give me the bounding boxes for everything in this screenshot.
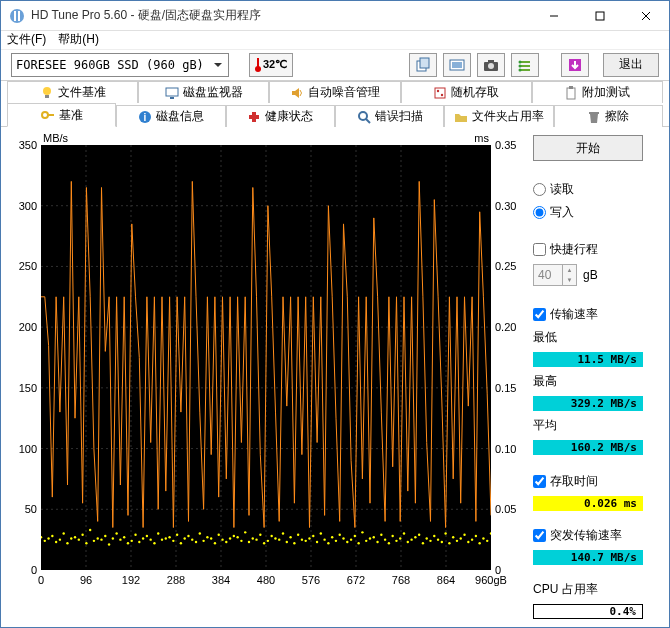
svg-point-164	[448, 542, 450, 544]
window-title: HD Tune Pro 5.60 - 硬盘/固态硬盘实用程序	[31, 7, 531, 24]
svg-point-91	[172, 540, 174, 542]
svg-rect-31	[569, 86, 573, 89]
save-button[interactable]	[561, 53, 589, 77]
close-button[interactable]	[623, 1, 669, 31]
app-icon	[9, 8, 25, 24]
tab-extra-tests[interactable]: 附加测试	[532, 81, 663, 103]
tab-random-access[interactable]: 随机存取	[401, 81, 532, 103]
stroke-unit: gB	[583, 268, 598, 282]
svg-point-32	[42, 112, 48, 118]
svg-point-157	[422, 542, 424, 544]
chart-area: MB/s ms 350300250200150100500 0.350.300.…	[11, 135, 521, 590]
folder-icon	[454, 110, 468, 124]
monitor-icon	[165, 86, 179, 100]
menu-file[interactable]: 文件(F)	[7, 31, 46, 48]
copy-info-button[interactable]	[409, 53, 437, 77]
svg-point-141	[361, 531, 363, 533]
burst-rate-checkbox[interactable]	[533, 529, 546, 542]
tab-error-scan[interactable]: 错误扫描	[335, 105, 444, 127]
svg-point-58	[47, 537, 49, 539]
svg-point-166	[456, 540, 458, 542]
take-screenshot-button[interactable]	[477, 53, 505, 77]
tab-info[interactable]: i磁盘信息	[116, 105, 225, 127]
svg-rect-10	[420, 58, 429, 68]
svg-line-39	[366, 119, 370, 123]
svg-point-61	[59, 538, 61, 540]
copy-screenshot-button[interactable]	[443, 53, 471, 77]
options-button[interactable]	[511, 53, 539, 77]
read-label: 读取	[550, 181, 574, 198]
start-button[interactable]: 开始	[533, 135, 643, 161]
maximize-button[interactable]	[577, 1, 623, 31]
svg-point-66	[78, 538, 80, 540]
svg-point-111	[248, 541, 250, 543]
svg-point-79	[127, 542, 129, 544]
dice-icon	[433, 86, 447, 100]
exit-button[interactable]: 退出	[603, 53, 659, 77]
tab-health[interactable]: 健康状态	[226, 105, 335, 127]
y-right-unit: ms	[474, 132, 489, 144]
svg-point-38	[359, 112, 367, 120]
drive-dropdown[interactable]: FORESEE 960GB SSD (960 gB)	[11, 53, 229, 77]
svg-point-97	[195, 541, 197, 543]
cpu-value: 0.4%	[533, 604, 643, 619]
svg-rect-4	[596, 12, 604, 20]
y-right-labels: 0.350.300.250.200.150.100.050	[493, 145, 521, 570]
svg-point-143	[369, 537, 371, 539]
svg-point-167	[460, 537, 462, 539]
toolbar: FORESEE 960GB SSD (960 gB) 32℃ 退出	[1, 50, 669, 81]
svg-rect-27	[435, 88, 445, 98]
burst-value: 140.7 MB/s	[533, 550, 643, 565]
svg-point-129	[316, 541, 318, 543]
svg-rect-24	[45, 95, 49, 98]
svg-rect-33	[48, 114, 54, 116]
read-radio[interactable]	[533, 183, 546, 196]
tab-file-benchmark[interactable]: 文件基准	[7, 81, 138, 103]
svg-point-77	[119, 538, 121, 540]
thermometer-icon	[255, 58, 261, 72]
svg-point-89	[165, 537, 167, 539]
svg-point-28	[437, 89, 439, 91]
svg-rect-2	[18, 11, 20, 21]
svg-point-70	[93, 540, 95, 542]
short-stroke-checkbox[interactable]	[533, 243, 546, 256]
svg-point-21	[519, 68, 522, 71]
svg-point-62	[62, 532, 64, 534]
tab-aam[interactable]: 自动噪音管理	[269, 81, 400, 103]
clipboard-icon	[564, 86, 578, 100]
stroke-spinner[interactable]: 40▲▼	[533, 264, 577, 286]
svg-point-127	[308, 537, 310, 539]
svg-rect-40	[589, 112, 599, 114]
svg-point-64	[70, 537, 72, 539]
menu-help[interactable]: 帮助(H)	[58, 31, 99, 48]
svg-point-170	[471, 538, 473, 540]
svg-point-99	[202, 540, 204, 542]
avg-label: 平均	[533, 417, 643, 434]
y-left-labels: 350300250200150100500	[11, 145, 39, 570]
write-radio[interactable]	[533, 206, 546, 219]
info-icon: i	[138, 110, 152, 124]
svg-point-96	[191, 538, 193, 540]
svg-point-115	[263, 542, 265, 544]
svg-rect-12	[452, 62, 462, 68]
tab-erase[interactable]: 擦除	[554, 105, 663, 127]
svg-point-145	[376, 541, 378, 543]
access-time-checkbox[interactable]	[533, 475, 546, 488]
svg-point-146	[380, 534, 382, 536]
tab-disk-monitor[interactable]: 磁盘监视器	[138, 81, 269, 103]
svg-point-140	[357, 542, 359, 544]
x-labels: 096192288384480576672768864960gB	[41, 574, 491, 588]
minimize-button[interactable]	[531, 1, 577, 31]
tab-folder-usage[interactable]: 文件夹占用率	[444, 105, 553, 127]
svg-point-121	[286, 541, 288, 543]
svg-point-175	[490, 532, 491, 534]
svg-point-68	[85, 542, 87, 544]
tab-benchmark[interactable]: 基准	[7, 103, 116, 127]
key-icon	[41, 108, 55, 122]
transfer-rate-checkbox[interactable]	[533, 308, 546, 321]
svg-point-160	[433, 535, 435, 537]
svg-point-63	[66, 542, 68, 544]
min-label: 最低	[533, 329, 643, 346]
svg-point-171	[475, 535, 477, 537]
svg-point-74	[108, 543, 110, 545]
